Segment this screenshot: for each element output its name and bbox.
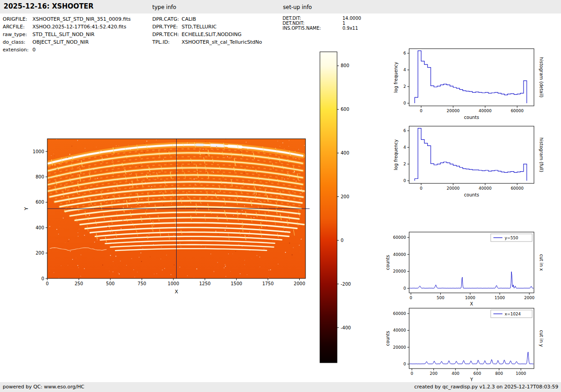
setup-info-heading: set-up info — [283, 4, 312, 10]
cut-in-y-plot: 020040060080010000200004000060000Ycounts… — [385, 308, 544, 382]
file-info-row: extension:0 — [3, 46, 131, 54]
svg-text:X: X — [175, 289, 178, 295]
svg-text:20000: 20000 — [447, 109, 460, 113]
extension-value: 0 — [32, 47, 36, 53]
svg-text:0: 0 — [341, 238, 343, 243]
svg-text:200: 200 — [36, 251, 44, 255]
type-info-block: DPR.CATG:CALIB DPR.TYPE:STD,TELLURIC DPR… — [152, 15, 262, 46]
det-ndit-label: DET.NDIT: — [283, 21, 342, 26]
setup-info-block: DET.DIT:14.0000 DET.NDIT:1 INS.OPTI5.NAM… — [283, 16, 361, 31]
svg-text:X: X — [470, 301, 473, 306]
setup-info-row: DET.DIT:14.0000 — [283, 16, 361, 21]
type-info-row: DPR.TECH:ECHELLE,SLIT,NODDING — [152, 31, 262, 38]
svg-text:counts: counts — [464, 192, 479, 197]
ins-opti5-value: 0.9x11 — [342, 26, 358, 31]
svg-text:400: 400 — [341, 150, 349, 155]
footer-bar: powered by QC: www.eso.org/HC created by… — [0, 382, 561, 392]
svg-text:2: 2 — [403, 162, 406, 166]
type-info-row: TPL.ID:XSHOOTER_slt_cal_TelluricStdNo — [152, 38, 262, 46]
raw-type-value: STD_TELL_SLIT_NOD_NIR — [32, 32, 95, 37]
svg-text:0: 0 — [41, 276, 44, 281]
svg-text:x=1024: x=1024 — [505, 312, 521, 316]
svg-text:histogram (full): histogram (full) — [539, 137, 544, 172]
svg-text:200: 200 — [430, 371, 438, 376]
svg-text:-200: -200 — [341, 282, 351, 287]
svg-text:log frequency: log frequency — [393, 62, 398, 93]
svg-text:6: 6 — [403, 128, 406, 133]
dpr-tech-label: DPR.TECH: — [152, 31, 182, 38]
setup-info-row: INS.OPTI5.NAME:0.9x11 — [283, 26, 361, 31]
svg-text:600: 600 — [474, 371, 481, 376]
svg-text:1500: 1500 — [231, 281, 242, 286]
cut-in-x-plot: 05001000150020000200004000060000Xcountsc… — [385, 232, 544, 306]
svg-text:750: 750 — [137, 281, 146, 286]
svg-text:0: 0 — [420, 186, 423, 191]
svg-text:400: 400 — [452, 371, 459, 376]
svg-text:counts: counts — [385, 255, 390, 270]
raw-image-plot: 0250500750100012501500175020000200400600… — [23, 138, 310, 295]
svg-text:0: 0 — [420, 109, 423, 113]
colorbar: 8006004002000-200-400 — [320, 52, 351, 363]
svg-text:500: 500 — [437, 296, 444, 300]
file-info-row: do_class:OBJECT_SLIT_NOD_NIR — [3, 38, 131, 46]
svg-text:20000: 20000 — [447, 186, 460, 191]
footer-created-by: created by qc_rawdisp.py v1.2.3 on 2025-… — [414, 384, 558, 390]
svg-text:60000: 60000 — [511, 186, 524, 191]
det-dit-label: DET.DIT: — [283, 16, 342, 21]
svg-text:0: 0 — [410, 296, 412, 300]
svg-text:20000: 20000 — [393, 345, 406, 350]
origfile-value: XSHOOTER_SLT_STD_NIR_351_0009.fits — [32, 16, 131, 22]
svg-text:0: 0 — [410, 371, 413, 376]
svg-text:1250: 1250 — [199, 281, 210, 286]
svg-text:1000: 1000 — [516, 371, 526, 376]
setup-info-row: DET.NDIT:1 — [283, 21, 361, 26]
do-class-label: do_class: — [3, 38, 32, 46]
svg-text:y=550: y=550 — [505, 236, 518, 240]
svg-text:log frequency: log frequency — [393, 139, 398, 170]
type-info-row: DPR.CATG:CALIB — [152, 15, 262, 23]
svg-text:counts: counts — [464, 115, 479, 120]
svg-text:1000: 1000 — [465, 296, 475, 300]
svg-text:4: 4 — [403, 68, 406, 72]
histogram-detail-plot: 02000040000600000246countslog frequencyh… — [393, 49, 544, 120]
svg-text:histogram (detail): histogram (detail) — [539, 57, 544, 98]
svg-text:cut in y: cut in y — [539, 330, 544, 346]
svg-text:0: 0 — [403, 286, 406, 291]
svg-text:0: 0 — [46, 281, 49, 286]
svg-text:0: 0 — [403, 362, 406, 366]
file-info-row: raw_type:STD_TELL_SLIT_NOD_NIR — [3, 31, 131, 38]
qc-report-page: 0250500750100012501500175020000200400600… — [0, 0, 561, 392]
svg-text:Y: Y — [23, 207, 29, 210]
svg-text:40000: 40000 — [479, 186, 492, 191]
svg-text:40000: 40000 — [393, 252, 406, 257]
file-info-row: ARCFILE:XSHOO.2025-12-17T06:41:52.420.fi… — [3, 23, 131, 31]
dpr-type-value: STD,TELLURIC — [182, 24, 217, 30]
svg-text:1000: 1000 — [33, 149, 44, 154]
svg-text:0: 0 — [403, 101, 406, 105]
svg-text:60000: 60000 — [393, 235, 406, 240]
dpr-type-label: DPR.TYPE: — [152, 23, 182, 31]
svg-text:400: 400 — [36, 225, 44, 230]
tpl-id-value: XSHOOTER_slt_cal_TelluricStdNo — [182, 39, 262, 45]
svg-text:600: 600 — [341, 107, 349, 112]
type-info-row: DPR.TYPE:STD,TELLURIC — [152, 23, 262, 31]
arcfile-label: ARCFILE: — [3, 23, 32, 31]
file-info-block: ORIGFILE:XSHOOTER_SLT_STD_NIR_351_0009.f… — [3, 15, 131, 54]
arcfile-value: XSHOO.2025-12-17T06:41:52.420.fits — [32, 24, 126, 30]
svg-text:1750: 1750 — [262, 281, 274, 286]
svg-text:60000: 60000 — [511, 109, 524, 113]
raw-type-label: raw_type: — [3, 31, 32, 38]
svg-text:4: 4 — [403, 145, 406, 150]
svg-text:40000: 40000 — [479, 109, 492, 113]
svg-text:250: 250 — [74, 281, 83, 286]
svg-text:200: 200 — [341, 194, 349, 199]
qc-plots-canvas: 0250500750100012501500175020000200400600… — [0, 0, 561, 392]
svg-text:counts: counts — [385, 331, 390, 346]
svg-text:1500: 1500 — [495, 296, 505, 300]
footer-powered-by: powered by QC: www.eso.org/HC — [3, 384, 84, 390]
header-bar: 2025-12-16: XSHOOTER type info set-up in… — [0, 0, 561, 14]
svg-text:-400: -400 — [341, 325, 351, 330]
dpr-tech-value: ECHELLE,SLIT,NODDING — [182, 32, 242, 37]
svg-text:800: 800 — [36, 174, 44, 179]
svg-text:60000: 60000 — [393, 311, 406, 316]
